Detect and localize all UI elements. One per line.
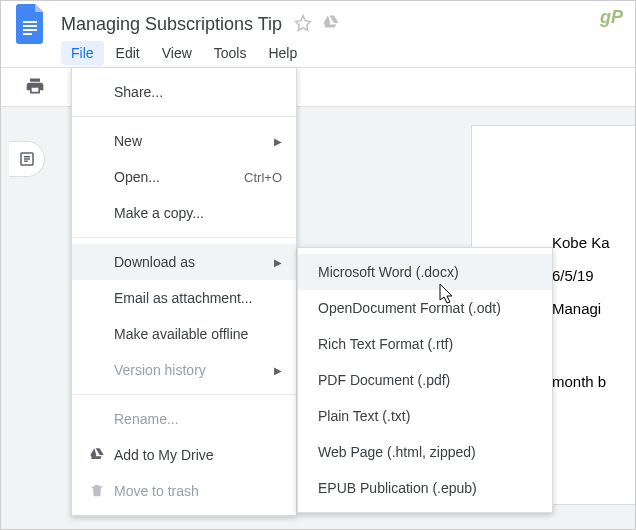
outline-toggle-button[interactable] xyxy=(9,141,45,177)
watermark-logo: gP xyxy=(600,7,623,28)
trash-icon xyxy=(86,483,108,499)
menu-item-rename[interactable]: Rename... xyxy=(72,401,296,437)
menu-item-make-copy[interactable]: Make a copy... xyxy=(72,195,296,231)
menu-item-make-offline[interactable]: Make available offline xyxy=(72,316,296,352)
drive-icon xyxy=(86,447,108,463)
svg-rect-3 xyxy=(23,33,32,35)
svg-rect-2 xyxy=(23,29,37,31)
doc-text-line: Managi xyxy=(552,292,636,325)
menu-help[interactable]: Help xyxy=(258,41,307,65)
submenu-arrow-icon: ▶ xyxy=(274,365,282,376)
submenu-item-txt[interactable]: Plain Text (.txt) xyxy=(298,398,552,434)
doc-text-line: Kobe Ka xyxy=(552,226,636,259)
menu-separator xyxy=(72,116,296,117)
document-title[interactable]: Managing Subscriptions Tip xyxy=(61,14,282,35)
menu-item-move-to-trash[interactable]: Move to trash xyxy=(72,473,296,509)
svg-rect-1 xyxy=(23,25,37,27)
submenu-item-epub[interactable]: EPUB Publication (.epub) xyxy=(298,470,552,506)
submenu-item-html[interactable]: Web Page (.html, zipped) xyxy=(298,434,552,470)
menu-separator xyxy=(72,394,296,395)
menubar: File Edit View Tools Help xyxy=(1,39,635,67)
submenu-item-docx[interactable]: Microsoft Word (.docx) xyxy=(298,254,552,290)
file-menu-dropdown: Share... New ▶ Open... Ctrl+O Make a cop… xyxy=(71,67,297,516)
menu-shortcut: Ctrl+O xyxy=(244,170,282,185)
doc-text-line: 6/5/19 xyxy=(552,259,636,292)
menu-item-download-as[interactable]: Download as ▶ xyxy=(72,244,296,280)
star-icon[interactable] xyxy=(294,14,312,35)
menu-item-email-attachment[interactable]: Email as attachment... xyxy=(72,280,296,316)
move-to-drive-icon[interactable]: + xyxy=(322,14,340,35)
menu-view[interactable]: View xyxy=(152,41,202,65)
menu-item-new[interactable]: New ▶ xyxy=(72,123,296,159)
submenu-item-pdf[interactable]: PDF Document (.pdf) xyxy=(298,362,552,398)
menu-item-version-history[interactable]: Version history ▶ xyxy=(72,352,296,388)
svg-rect-0 xyxy=(23,21,37,23)
menu-item-open[interactable]: Open... Ctrl+O xyxy=(72,159,296,195)
menu-item-share[interactable]: Share... xyxy=(72,74,296,110)
titlebar: Managing Subscriptions Tip + xyxy=(1,1,635,39)
menu-edit[interactable]: Edit xyxy=(106,41,150,65)
download-as-submenu: Microsoft Word (.docx) OpenDocument Form… xyxy=(297,247,553,513)
submenu-arrow-icon: ▶ xyxy=(274,136,282,147)
doc-text-line: month b xyxy=(552,365,636,398)
submenu-item-rtf[interactable]: Rich Text Format (.rtf) xyxy=(298,326,552,362)
menu-item-add-to-drive[interactable]: Add to My Drive xyxy=(72,437,296,473)
submenu-item-odt[interactable]: OpenDocument Format (.odt) xyxy=(298,290,552,326)
submenu-arrow-icon: ▶ xyxy=(274,257,282,268)
svg-text:+: + xyxy=(333,16,337,23)
menu-file[interactable]: File xyxy=(61,41,104,65)
print-icon[interactable] xyxy=(25,76,45,99)
docs-logo-icon[interactable] xyxy=(13,6,49,42)
menu-tools[interactable]: Tools xyxy=(204,41,257,65)
menu-separator xyxy=(72,237,296,238)
